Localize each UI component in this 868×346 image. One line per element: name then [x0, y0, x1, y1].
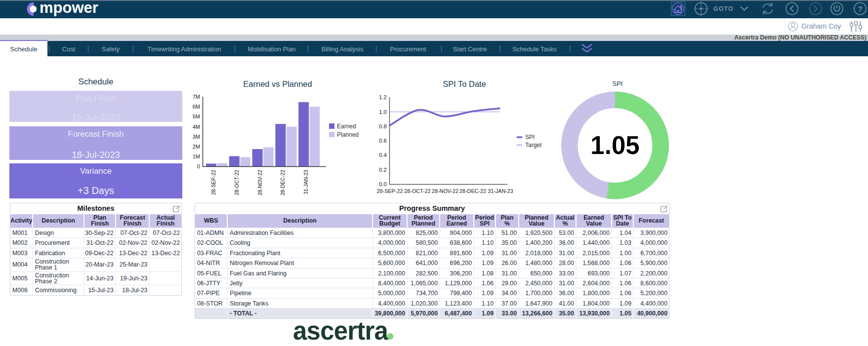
svg-text:7M: 7M: [193, 94, 200, 100]
svg-text:Earned: Earned: [337, 123, 356, 130]
svg-text:28-SEP-22: 28-SEP-22: [377, 188, 403, 194]
svg-text:Graham Coy: Graham Coy: [801, 22, 841, 30]
svg-text:1.2: 1.2: [379, 94, 387, 100]
svg-text:0.8: 0.8: [379, 123, 387, 129]
svg-text:28-SEP-22: 28-SEP-22: [211, 170, 216, 195]
svg-text:0.2: 0.2: [379, 167, 387, 173]
svg-text:0: 0: [197, 163, 200, 169]
svg-text:4M: 4M: [193, 124, 200, 130]
svg-text:31-JAN-23: 31-JAN-23: [488, 188, 513, 194]
svg-text:3M: 3M: [193, 134, 200, 140]
svg-text:GOTO: GOTO: [713, 5, 734, 12]
svg-text:Earned vs Planned: Earned vs Planned: [243, 79, 312, 88]
svg-text:ascertra: ascertra: [293, 317, 389, 345]
svg-text:31-JAN-23: 31-JAN-23: [303, 170, 309, 194]
svg-text:0.4: 0.4: [379, 152, 387, 158]
svg-text:Planned: Planned: [337, 131, 359, 138]
svg-text:28-DEC-22: 28-DEC-22: [459, 188, 486, 194]
svg-text:SPI To Date: SPI To Date: [443, 79, 486, 88]
svg-text:0.6: 0.6: [379, 138, 387, 144]
svg-text:?: ?: [858, 4, 862, 13]
svg-text:2M: 2M: [193, 144, 200, 150]
svg-text:SPI: SPI: [525, 134, 535, 141]
svg-text:Target: Target: [525, 142, 542, 149]
svg-text:0.0: 0.0: [379, 181, 387, 187]
svg-text:5M: 5M: [193, 114, 200, 119]
svg-text:mpower: mpower: [40, 0, 98, 16]
svg-text:SPI: SPI: [613, 80, 623, 87]
svg-text:28-DEC-22: 28-DEC-22: [280, 170, 286, 195]
svg-text:1.05: 1.05: [590, 131, 639, 159]
svg-text:28-NOV-22: 28-NOV-22: [432, 188, 458, 194]
svg-text:6M: 6M: [193, 104, 200, 110]
svg-text:28-NOV-22: 28-NOV-22: [257, 170, 263, 195]
svg-text:1M: 1M: [193, 154, 200, 159]
svg-text:28-OCT-22: 28-OCT-22: [234, 170, 240, 195]
svg-text:1.0: 1.0: [379, 109, 387, 115]
svg-text:28-OCT-22: 28-OCT-22: [404, 188, 430, 194]
